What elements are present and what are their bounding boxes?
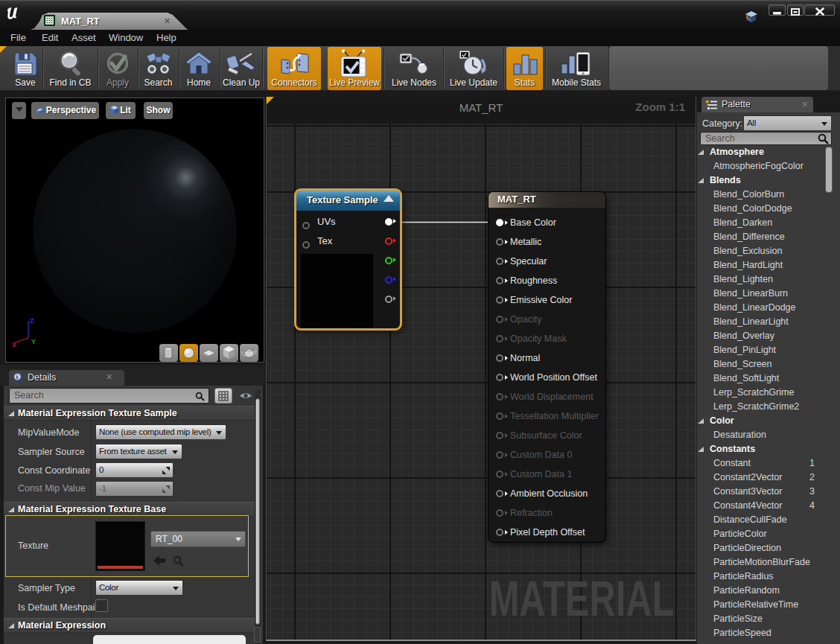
svg-text:Y: Y [31, 338, 36, 345]
svg-text:X: X [12, 341, 16, 348]
svg-text:Z: Z [30, 317, 34, 325]
